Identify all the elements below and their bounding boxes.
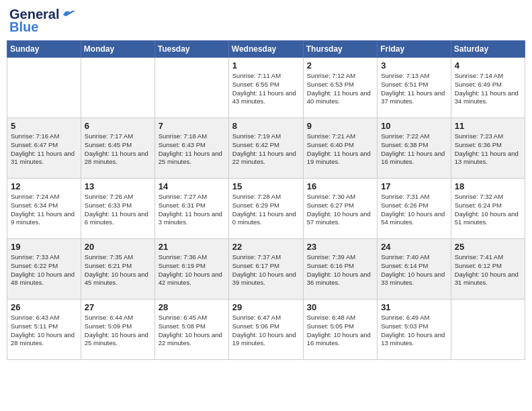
day-number: 10 [381, 121, 447, 131]
page-header: General Blue [7, 7, 525, 35]
cell-content: Sunrise: 7:39 AM Sunset: 6:16 PM Dayligh… [307, 253, 373, 287]
calendar-cell: 26Sunrise: 6:43 AM Sunset: 5:11 PM Dayli… [7, 300, 81, 360]
cell-content: Sunrise: 7:28 AM Sunset: 6:29 PM Dayligh… [232, 193, 300, 227]
calendar-cell: 1Sunrise: 7:11 AM Sunset: 6:55 PM Daylig… [228, 58, 303, 118]
calendar-week-row: 5Sunrise: 7:16 AM Sunset: 6:47 PM Daylig… [7, 118, 525, 179]
day-number: 11 [455, 121, 521, 131]
col-header-friday: Friday [378, 41, 451, 58]
calendar-cell: 31Sunrise: 6:49 AM Sunset: 5:03 PM Dayli… [378, 300, 451, 360]
calendar-cell: 27Sunrise: 6:44 AM Sunset: 5:09 PM Dayli… [81, 300, 154, 360]
calendar-cell: 30Sunrise: 6:48 AM Sunset: 5:05 PM Dayli… [303, 300, 377, 360]
day-number: 27 [85, 302, 151, 312]
day-number: 25 [455, 242, 521, 252]
calendar-cell: 16Sunrise: 7:30 AM Sunset: 6:27 PM Dayli… [303, 179, 377, 239]
day-number: 5 [11, 121, 77, 131]
cell-content: Sunrise: 6:43 AM Sunset: 5:11 PM Dayligh… [11, 314, 77, 348]
calendar-cell: 11Sunrise: 7:23 AM Sunset: 6:36 PM Dayli… [451, 118, 525, 179]
calendar-cell: 21Sunrise: 7:36 AM Sunset: 6:19 PM Dayli… [154, 239, 228, 300]
cell-content: Sunrise: 7:16 AM Sunset: 6:47 PM Dayligh… [11, 132, 77, 167]
cell-content: Sunrise: 7:19 AM Sunset: 6:42 PM Dayligh… [232, 132, 300, 167]
calendar-cell: 4Sunrise: 7:14 AM Sunset: 6:49 PM Daylig… [451, 58, 525, 118]
calendar-cell: 14Sunrise: 7:27 AM Sunset: 6:31 PM Dayli… [154, 179, 228, 239]
day-number: 31 [381, 302, 447, 312]
cell-content: Sunrise: 7:31 AM Sunset: 6:26 PM Dayligh… [381, 193, 447, 227]
cell-content: Sunrise: 7:21 AM Sunset: 6:40 PM Dayligh… [307, 132, 373, 167]
calendar-cell: 5Sunrise: 7:16 AM Sunset: 6:47 PM Daylig… [7, 118, 81, 179]
day-number: 3 [381, 60, 447, 71]
calendar-week-row: 19Sunrise: 7:33 AM Sunset: 6:22 PM Dayli… [7, 239, 525, 300]
cell-content: Sunrise: 7:32 AM Sunset: 6:24 PM Dayligh… [455, 193, 521, 227]
calendar-cell [154, 58, 228, 118]
day-number: 6 [85, 121, 151, 131]
cell-content: Sunrise: 7:24 AM Sunset: 6:34 PM Dayligh… [11, 193, 77, 227]
day-number: 16 [307, 181, 373, 191]
calendar-cell: 23Sunrise: 7:39 AM Sunset: 6:16 PM Dayli… [303, 239, 377, 300]
calendar-cell: 8Sunrise: 7:19 AM Sunset: 6:42 PM Daylig… [228, 118, 303, 179]
day-number: 23 [307, 242, 373, 252]
day-number: 19 [11, 242, 77, 252]
day-number: 14 [159, 181, 225, 191]
day-number: 24 [381, 242, 447, 252]
col-header-wednesday: Wednesday [228, 41, 303, 58]
calendar-week-row: 12Sunrise: 7:24 AM Sunset: 6:34 PM Dayli… [7, 179, 525, 239]
day-number: 12 [11, 181, 77, 191]
calendar-cell: 3Sunrise: 7:13 AM Sunset: 6:51 PM Daylig… [378, 58, 451, 118]
calendar-week-row: 26Sunrise: 6:43 AM Sunset: 5:11 PM Dayli… [7, 300, 525, 360]
cell-content: Sunrise: 7:17 AM Sunset: 6:45 PM Dayligh… [85, 132, 151, 167]
calendar-cell: 28Sunrise: 6:45 AM Sunset: 5:08 PM Dayli… [154, 300, 228, 360]
calendar-header-row: SundayMondayTuesdayWednesdayThursdayFrid… [7, 41, 525, 58]
cell-content: Sunrise: 7:23 AM Sunset: 6:36 PM Dayligh… [455, 132, 521, 167]
logo-bird-icon [60, 9, 75, 20]
calendar-cell: 17Sunrise: 7:31 AM Sunset: 6:26 PM Dayli… [378, 179, 451, 239]
cell-content: Sunrise: 7:37 AM Sunset: 6:17 PM Dayligh… [232, 253, 300, 287]
cell-content: Sunrise: 6:48 AM Sunset: 5:05 PM Dayligh… [307, 314, 373, 348]
day-number: 21 [159, 242, 225, 252]
cell-content: Sunrise: 7:18 AM Sunset: 6:43 PM Dayligh… [159, 132, 225, 167]
calendar-week-row: 1Sunrise: 7:11 AM Sunset: 6:55 PM Daylig… [7, 58, 525, 118]
day-number: 7 [159, 121, 225, 131]
cell-content: Sunrise: 7:22 AM Sunset: 6:38 PM Dayligh… [381, 132, 447, 167]
calendar-cell: 18Sunrise: 7:32 AM Sunset: 6:24 PM Dayli… [451, 179, 525, 239]
calendar-cell: 9Sunrise: 7:21 AM Sunset: 6:40 PM Daylig… [303, 118, 377, 179]
cell-content: Sunrise: 6:47 AM Sunset: 5:06 PM Dayligh… [232, 314, 300, 348]
calendar-cell: 29Sunrise: 6:47 AM Sunset: 5:06 PM Dayli… [228, 300, 303, 360]
calendar-cell: 2Sunrise: 7:12 AM Sunset: 6:53 PM Daylig… [303, 58, 377, 118]
day-number: 28 [159, 302, 225, 312]
logo-blue: Blue [9, 19, 38, 35]
cell-content: Sunrise: 7:13 AM Sunset: 6:51 PM Dayligh… [381, 72, 447, 106]
cell-content: Sunrise: 7:27 AM Sunset: 6:31 PM Dayligh… [159, 193, 225, 227]
day-number: 22 [232, 242, 300, 252]
cell-content: Sunrise: 7:33 AM Sunset: 6:22 PM Dayligh… [11, 253, 77, 287]
calendar-cell: 15Sunrise: 7:28 AM Sunset: 6:29 PM Dayli… [228, 179, 303, 239]
cell-content: Sunrise: 7:36 AM Sunset: 6:19 PM Dayligh… [159, 253, 225, 287]
day-number: 18 [455, 181, 521, 191]
calendar-cell: 25Sunrise: 7:41 AM Sunset: 6:12 PM Dayli… [451, 239, 525, 300]
calendar-cell: 10Sunrise: 7:22 AM Sunset: 6:38 PM Dayli… [378, 118, 451, 179]
cell-content: Sunrise: 6:44 AM Sunset: 5:09 PM Dayligh… [85, 314, 151, 348]
day-number: 1 [232, 60, 300, 71]
day-number: 30 [307, 302, 373, 312]
calendar-cell: 20Sunrise: 7:35 AM Sunset: 6:21 PM Dayli… [81, 239, 154, 300]
col-header-tuesday: Tuesday [154, 41, 228, 58]
calendar-cell: 12Sunrise: 7:24 AM Sunset: 6:34 PM Dayli… [7, 179, 81, 239]
cell-content: Sunrise: 7:41 AM Sunset: 6:12 PM Dayligh… [455, 253, 521, 287]
calendar-cell: 7Sunrise: 7:18 AM Sunset: 6:43 PM Daylig… [154, 118, 228, 179]
calendar-cell [7, 58, 81, 118]
cell-content: Sunrise: 7:35 AM Sunset: 6:21 PM Dayligh… [85, 253, 151, 287]
day-number: 2 [307, 60, 373, 71]
calendar-cell: 22Sunrise: 7:37 AM Sunset: 6:17 PM Dayli… [228, 239, 303, 300]
col-header-saturday: Saturday [451, 41, 525, 58]
calendar-cell [81, 58, 154, 118]
calendar-cell: 13Sunrise: 7:26 AM Sunset: 6:33 PM Dayli… [81, 179, 154, 239]
calendar-table: SundayMondayTuesdayWednesdayThursdayFrid… [7, 40, 525, 360]
cell-content: Sunrise: 6:49 AM Sunset: 5:03 PM Dayligh… [381, 314, 447, 348]
calendar-cell: 24Sunrise: 7:40 AM Sunset: 6:14 PM Dayli… [378, 239, 451, 300]
day-number: 20 [85, 242, 151, 252]
day-number: 17 [381, 181, 447, 191]
day-number: 29 [232, 302, 300, 312]
cell-content: Sunrise: 7:14 AM Sunset: 6:49 PM Dayligh… [455, 72, 521, 106]
logo: General Blue [9, 7, 75, 35]
calendar-cell: 19Sunrise: 7:33 AM Sunset: 6:22 PM Dayli… [7, 239, 81, 300]
col-header-sunday: Sunday [7, 41, 81, 58]
cell-content: Sunrise: 7:40 AM Sunset: 6:14 PM Dayligh… [381, 253, 447, 287]
